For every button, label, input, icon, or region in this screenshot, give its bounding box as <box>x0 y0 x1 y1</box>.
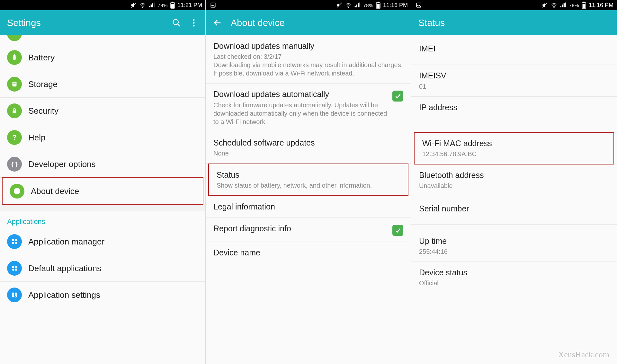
content: Battery Storage Security ? Help { } De <box>0 35 205 364</box>
settings-row-default-apps[interactable]: Default applications <box>0 255 205 282</box>
content: IMEI IMEISV 01 IP address Wi-Fi MAC addr… <box>411 35 617 364</box>
item-subtitle: 12:34:56:78:9A:BC <box>422 150 606 158</box>
svg-point-7 <box>193 19 195 21</box>
row-label: Application settings <box>28 290 100 300</box>
svg-rect-17 <box>17 189 17 190</box>
about-row-status[interactable]: Status Show status of battery, network, … <box>209 164 408 195</box>
content: Download updates manually Last checked o… <box>206 35 411 364</box>
about-row-device-name[interactable]: Device name <box>206 242 411 264</box>
checkbox-checked-icon[interactable] <box>392 91 403 102</box>
svg-point-9 <box>193 25 195 27</box>
svg-rect-34 <box>378 2 379 3</box>
svg-rect-4 <box>171 4 174 8</box>
mute-icon <box>542 2 548 8</box>
settings-row-developer[interactable]: { } Developer options <box>0 151 205 178</box>
svg-point-39 <box>554 7 555 8</box>
battery-icon <box>582 2 586 9</box>
settings-row-security[interactable]: Security <box>0 98 205 124</box>
settings-row-about-device[interactable]: About device <box>3 178 203 204</box>
item-subtitle: Check for firmware updates automatically… <box>213 101 388 126</box>
app-settings-icon <box>7 288 22 302</box>
overflow-icon[interactable] <box>189 18 198 27</box>
item-title: Scheduled software updates <box>213 138 403 148</box>
app-bar: About device <box>206 10 411 35</box>
svg-point-5 <box>173 20 178 25</box>
status-row-uptime[interactable]: Up time 255:44:16 <box>411 230 617 262</box>
about-row-download-manual[interactable]: Download updates manually Last checked o… <box>206 35 411 84</box>
mute-icon <box>336 2 343 8</box>
status-bar: 78% 11:16 PM <box>411 0 617 10</box>
svg-rect-42 <box>582 4 585 8</box>
svg-rect-13 <box>13 83 15 84</box>
signal-icon <box>560 2 566 8</box>
item-subtitle: Official <box>419 279 609 287</box>
item-title: IP address <box>419 102 609 112</box>
svg-rect-19 <box>15 239 17 241</box>
help-icon: ? <box>7 130 22 145</box>
status-row-wifi-mac[interactable]: Wi-Fi MAC address 12:34:56:78:9A:BC <box>415 133 613 164</box>
screenshot-icon <box>416 2 422 8</box>
svg-rect-12 <box>13 82 17 87</box>
svg-rect-11 <box>14 54 15 55</box>
settings-row-help[interactable]: ? Help <box>0 124 205 151</box>
app-manager-icon <box>7 234 22 249</box>
wifi-icon <box>139 2 146 8</box>
storage-icon <box>7 77 22 92</box>
about-row-scheduled[interactable]: Scheduled software updates None <box>206 132 411 164</box>
item-title: Bluetooth address <box>419 170 609 180</box>
svg-point-1 <box>143 7 143 8</box>
status-bar: 78% 11:21 PM <box>0 0 205 10</box>
settings-row-app-manager[interactable]: Application manager <box>0 228 205 255</box>
svg-rect-30 <box>211 3 215 7</box>
svg-rect-41 <box>583 2 585 3</box>
wifi-icon <box>345 2 352 8</box>
settings-row-app-settings[interactable]: Application settings <box>0 282 205 308</box>
status-row-imei[interactable]: IMEI <box>411 35 617 65</box>
item-title: Device name <box>213 248 403 258</box>
checkbox-checked-icon[interactable] <box>392 225 403 236</box>
svg-point-8 <box>193 22 195 24</box>
divider <box>411 225 617 230</box>
page-title: About device <box>231 18 404 28</box>
item-title: IMEISV <box>419 71 609 81</box>
screenshot-icon <box>210 2 216 8</box>
phone-about-device: 78% 11:16 PM About device Download updat… <box>206 0 411 364</box>
back-icon[interactable] <box>213 18 222 27</box>
svg-rect-20 <box>12 242 14 244</box>
page-title: Status <box>418 18 610 28</box>
signal-icon <box>354 2 361 8</box>
svg-rect-14 <box>13 111 16 113</box>
item-subtitle: Show status of battery, network, and oth… <box>217 181 400 190</box>
status-row-serial[interactable]: Serial number <box>411 196 617 224</box>
item-title: Serial number <box>419 204 609 214</box>
item-subtitle: 255:44:16 <box>419 247 609 256</box>
about-row-download-auto[interactable]: Download updates automatically Check for… <box>206 84 411 132</box>
svg-point-32 <box>348 7 349 8</box>
page-title: Settings <box>7 18 164 28</box>
status-row-bluetooth[interactable]: Bluetooth address Unavailable <box>411 164 617 196</box>
svg-rect-21 <box>15 242 17 244</box>
settings-row-storage[interactable]: Storage <box>0 71 205 98</box>
svg-rect-23 <box>15 266 17 268</box>
item-title: Wi-Fi MAC address <box>422 138 606 148</box>
row-label: Application manager <box>28 237 104 247</box>
partial-row-circle <box>7 35 22 41</box>
svg-line-6 <box>178 24 180 26</box>
settings-row-battery[interactable]: Battery <box>0 44 205 71</box>
clock: 11:16 PM <box>383 2 408 9</box>
status-row-imeisv[interactable]: IMEISV 01 <box>411 65 617 96</box>
battery-pct: 78% <box>363 3 373 8</box>
svg-point-29 <box>15 295 17 297</box>
svg-rect-10 <box>13 55 15 60</box>
about-row-diagnostic[interactable]: Report diagnostic info <box>206 218 411 242</box>
status-row-device-status[interactable]: Device status Official <box>411 262 617 293</box>
svg-rect-18 <box>12 239 14 241</box>
search-icon[interactable] <box>172 18 181 27</box>
status-row-ip[interactable]: IP address <box>411 97 617 126</box>
about-row-legal[interactable]: Legal information <box>206 196 411 218</box>
svg-rect-22 <box>12 266 14 268</box>
svg-rect-37 <box>416 3 421 7</box>
row-label: Developer options <box>28 159 96 169</box>
item-subtitle: None <box>213 149 403 157</box>
app-bar: Status <box>411 10 617 35</box>
